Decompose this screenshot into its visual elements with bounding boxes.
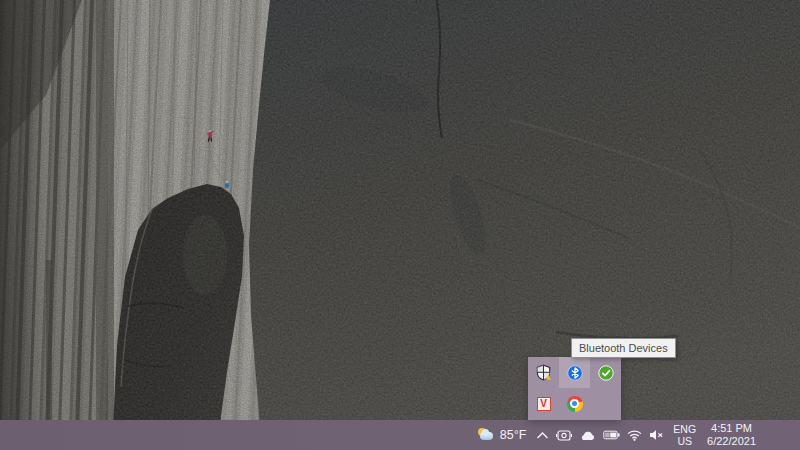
flyout-empty-cell	[590, 388, 621, 419]
language-line2: US	[673, 435, 696, 447]
onedrive-icon[interactable]	[579, 420, 596, 450]
windows-security-icon[interactable]	[528, 357, 559, 388]
system-tray: 85°F	[474, 420, 800, 450]
volume-muted-icon[interactable]	[649, 420, 664, 450]
taskbar[interactable]: 85°F	[0, 420, 800, 450]
wifi-icon[interactable]	[627, 420, 642, 450]
weather-temperature: 85°F	[500, 428, 527, 442]
battery-charging-icon[interactable]	[603, 420, 620, 450]
bluetooth-tooltip: Bluetooth Devices	[571, 338, 676, 358]
status-ok-check-icon[interactable]	[590, 357, 621, 388]
bluetooth-icon[interactable]	[559, 357, 590, 388]
language-indicator[interactable]: ENG US	[671, 423, 698, 447]
language-line1: ENG	[673, 423, 696, 435]
meet-now-icon[interactable]	[556, 420, 572, 450]
v-app-icon[interactable]: V	[528, 388, 559, 419]
v-app-letter: V	[537, 397, 551, 411]
clock-date: 6/22/2021	[707, 435, 756, 448]
desktop[interactable]: Bluetooth Devices V	[0, 0, 800, 450]
clock-time: 4:51 PM	[707, 422, 756, 435]
clock[interactable]: 4:51 PM 6/22/2021	[705, 422, 758, 448]
chrome-icon[interactable]	[559, 388, 590, 419]
hidden-icons-flyout: V	[528, 357, 621, 420]
show-hidden-icons-chevron[interactable]	[536, 420, 549, 450]
desktop-wallpaper	[0, 0, 800, 450]
weather-widget[interactable]: 85°F	[474, 428, 530, 443]
weather-partly-cloudy-icon	[477, 428, 495, 443]
